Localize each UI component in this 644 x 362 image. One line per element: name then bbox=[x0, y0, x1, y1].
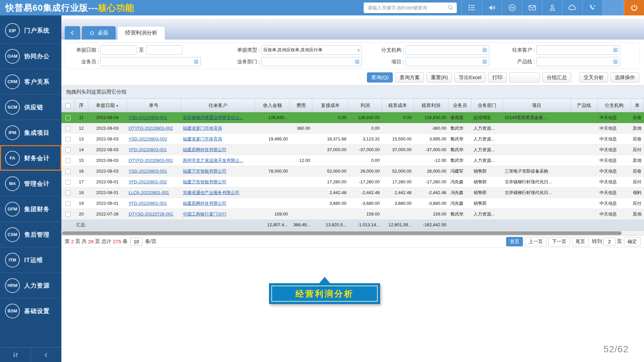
im-icon[interactable]: IM bbox=[502, 0, 522, 15]
salesman-select[interactable] bbox=[100, 57, 201, 66]
column-header-project[interactable]: 项目 bbox=[502, 99, 571, 112]
row-checkbox[interactable] bbox=[65, 126, 70, 131]
column-header-salesman[interactable]: 业务员 bbox=[448, 99, 472, 112]
doc_no-link[interactable]: YSD-20220803-002 bbox=[128, 136, 167, 141]
blank-button[interactable] bbox=[602, 0, 624, 15]
branch-select[interactable] bbox=[406, 45, 489, 55]
sidebar-item-gfm[interactable]: GFM集团财务 bbox=[0, 196, 61, 222]
column-header-direct_cost[interactable]: 直接成本 bbox=[312, 99, 348, 112]
tab-desktop[interactable]: 桌面 bbox=[82, 26, 116, 40]
tab-profit-analysis[interactable]: 经营利润分析 bbox=[117, 26, 165, 40]
customer-link[interactable]: 福建省厦门市体育局 bbox=[183, 126, 222, 131]
table-row[interactable]: 192022-08-01YFD-20220801-001福建易网科技有限公司3,… bbox=[61, 198, 644, 209]
back-button[interactable] bbox=[65, 26, 80, 40]
row-checkbox[interactable] bbox=[65, 158, 70, 163]
customer-select[interactable] bbox=[536, 45, 620, 55]
select-all-checkbox[interactable] bbox=[65, 103, 70, 108]
row-checkbox[interactable] bbox=[65, 190, 70, 195]
table-row[interactable]: 162022-08-03YSD-20220803-001福建万安智能有限公司78… bbox=[61, 166, 644, 177]
column-header-cost_acct[interactable]: 核算成本 bbox=[382, 99, 414, 112]
doc-date-from-input[interactable] bbox=[100, 45, 137, 55]
user-icon[interactable] bbox=[542, 0, 562, 15]
customer-link[interactable]: 惠州市龙之泉温泉开发有限公... bbox=[183, 158, 243, 163]
sidebar-item-crm[interactable]: CRM客户关系 bbox=[0, 69, 61, 94]
last-page-button[interactable]: 尾页 bbox=[572, 237, 589, 246]
prev-page-button[interactable]: 上一页 bbox=[525, 237, 546, 246]
row-checkbox[interactable] bbox=[65, 147, 70, 153]
toolbar-button-2[interactable]: 重置(R) bbox=[426, 72, 452, 82]
doc_no-link[interactable]: QTYFD-20220803-001 bbox=[128, 158, 173, 163]
column-header-dept[interactable]: 业务部门 bbox=[472, 99, 503, 112]
sidebar-item-csm[interactable]: CSM售后管理 bbox=[0, 222, 61, 247]
column-header-fee[interactable]: 费用 bbox=[290, 99, 312, 112]
phone-icon[interactable] bbox=[582, 0, 602, 15]
search-input[interactable] bbox=[368, 5, 447, 10]
customer-link[interactable]: 福建省厦门市体育局 bbox=[183, 136, 222, 141]
table-row[interactable]: 152022-08-03QTYFD-20220803-001惠州市龙之泉温泉开发… bbox=[61, 155, 644, 166]
doc_no-link[interactable]: YFD-20220801-002 bbox=[128, 179, 167, 184]
list-menu-icon[interactable] bbox=[462, 0, 482, 15]
toolbar-button-6[interactable]: 分组汇总 bbox=[542, 72, 571, 82]
doc_no-link[interactable]: QTYFD-20220803-002 bbox=[128, 126, 173, 131]
toolbar-button-1[interactable]: 查询方案 bbox=[395, 72, 424, 82]
doc_no-link[interactable]: YFD-20220803-001 bbox=[128, 147, 167, 152]
product-line-select[interactable] bbox=[536, 57, 620, 66]
doc_no-link[interactable]: YFD-20220801-001 bbox=[128, 201, 167, 206]
customer-link[interactable]: 福建易网科技有限公司 bbox=[183, 147, 226, 152]
customer-link[interactable]: 福建万安智能有限公司 bbox=[183, 169, 226, 174]
list-picker-icon[interactable] bbox=[194, 59, 199, 64]
row-checkbox[interactable] bbox=[65, 169, 70, 174]
list-picker-icon[interactable] bbox=[613, 47, 618, 53]
table-row[interactable]: 202022-07-26QTYSD-20220726-001中国工商银行厦门分行… bbox=[61, 209, 644, 220]
list-picker-icon[interactable] bbox=[355, 59, 360, 64]
sidebar-item-ma[interactable]: MA管理会计 bbox=[0, 171, 61, 196]
customer-link[interactable]: 安徽省通信产业服务有限公司 bbox=[183, 190, 239, 195]
row-checkbox[interactable] bbox=[65, 115, 70, 120]
toolbar-button-3[interactable]: 导出Excel bbox=[454, 72, 486, 82]
doc_no-link[interactable]: QTYSD-20220726-001 bbox=[128, 212, 173, 217]
sidebar-item-ipm[interactable]: IPM集成项目 bbox=[0, 120, 61, 145]
goto-page-input[interactable] bbox=[603, 238, 615, 246]
toolbar-button-0[interactable]: 查询(Q) bbox=[367, 72, 393, 82]
column-header-doc_no[interactable]: 单号 bbox=[126, 99, 181, 112]
doc-type-select[interactable]: 应收单,其他应收单,其他应付单 ∨ bbox=[261, 45, 362, 55]
sidebar-item-fa[interactable]: FA财务会计 bbox=[0, 145, 61, 171]
sort-toggle-icon[interactable] bbox=[0, 348, 31, 362]
sidebar-item-oam[interactable]: OAM协同办公 bbox=[0, 43, 61, 69]
column-header-profit[interactable]: 利润 bbox=[348, 99, 382, 112]
speaker-icon[interactable] bbox=[482, 0, 502, 15]
table-row[interactable]: 182022-08-01LLCK-20220801-001安徽省通信产业服务有限… bbox=[61, 187, 644, 198]
mail-icon[interactable] bbox=[522, 0, 542, 15]
column-header-branch[interactable]: 分支机构 bbox=[597, 99, 631, 112]
table-row[interactable]: 142022-08-03YFD-20220803-001福建易网科技有限公司37… bbox=[61, 144, 644, 155]
cloud-icon[interactable] bbox=[562, 0, 582, 15]
column-header-doc_type[interactable]: 单 bbox=[631, 99, 644, 112]
doc-date-to-input[interactable] bbox=[146, 45, 182, 55]
scrollbar-thumb[interactable] bbox=[62, 231, 622, 235]
page-size-input[interactable] bbox=[130, 238, 142, 246]
sidebar-item-itm[interactable]: ITMIT运维 bbox=[0, 247, 61, 273]
customer-link[interactable]: 中国工商银行厦门分行 bbox=[183, 212, 226, 217]
sort-desc-icon[interactable]: ▼ bbox=[116, 104, 119, 108]
global-search[interactable] bbox=[364, 2, 457, 13]
search-icon[interactable] bbox=[447, 4, 454, 11]
next-page-button[interactable]: 下一页 bbox=[548, 237, 570, 246]
table-row[interactable]: 112022-08-04YSD-20220804-001宜宾骏继洪骥置业有限责任… bbox=[61, 112, 644, 123]
group-drop-zone[interactable]: 拖拽列头到这里以用它分组 bbox=[61, 85, 644, 99]
doc_no-link[interactable]: YSD-20220804-001 bbox=[128, 115, 167, 120]
toolbar-button-9[interactable]: 选择操作 bbox=[610, 72, 639, 82]
toolbar-blank-button[interactable] bbox=[509, 72, 540, 82]
toolbar-button-8[interactable]: 交叉分析 bbox=[579, 72, 608, 82]
table-row[interactable]: 132022-08-03YSD-20220803-002福建省厦门市体育局19,… bbox=[61, 134, 644, 144]
doc_no-link[interactable]: YSD-20220803-001 bbox=[128, 169, 167, 174]
table-row[interactable]: 122022-08-03QTYFD-20220803-002福建省厦门市体育局3… bbox=[61, 123, 644, 134]
list-picker-icon[interactable] bbox=[482, 59, 487, 64]
first-page-button[interactable]: 首页 bbox=[506, 237, 523, 246]
customer-link[interactable]: 宜宾骏继洪骥置业有限责任公... bbox=[183, 115, 243, 120]
sidebar-item-bsm[interactable]: BSM基础设置 bbox=[0, 298, 61, 323]
table-row[interactable]: 172022-08-01YFD-20220801-002福建万安智能有限公司17… bbox=[61, 177, 644, 187]
customer-link[interactable]: 福建易网科技有限公司 bbox=[183, 201, 226, 206]
list-picker-icon[interactable] bbox=[482, 47, 487, 53]
confirm-goto-button[interactable]: 确定 bbox=[624, 237, 641, 246]
dept-select[interactable] bbox=[261, 57, 362, 66]
